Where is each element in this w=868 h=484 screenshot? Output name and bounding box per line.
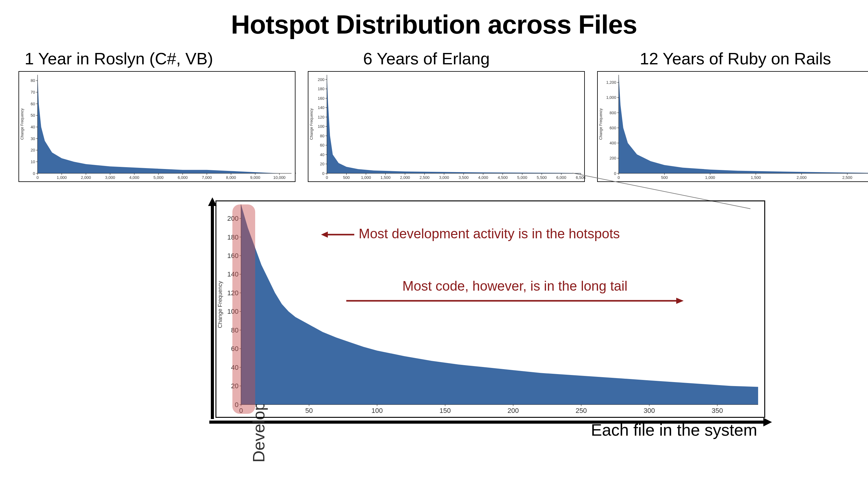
svg-text:5,000: 5,000	[154, 175, 164, 180]
svg-text:140: 140	[318, 105, 324, 110]
svg-text:60: 60	[31, 101, 35, 106]
svg-text:200: 200	[507, 407, 519, 415]
svg-text:1,000: 1,000	[606, 95, 616, 100]
annotation-hotspots-text: Most development activity is in the hots…	[359, 226, 620, 241]
svg-text:100: 100	[318, 124, 324, 129]
svg-text:250: 250	[576, 407, 587, 415]
chart-erlang-zoom: Change Frequency050100150200250300350020…	[215, 201, 765, 418]
svg-text:50: 50	[305, 407, 313, 415]
annotation-longtail: Most code, however, is in the long tail	[346, 278, 684, 305]
svg-text:10: 10	[31, 159, 35, 164]
svg-text:Change Frequency: Change Frequency	[309, 109, 314, 140]
svg-text:200: 200	[610, 156, 616, 160]
svg-text:100: 100	[372, 407, 383, 415]
chart-erlang: Change Frequency05001,0001,5002,0002,500…	[308, 71, 585, 182]
svg-marker-173	[321, 232, 328, 238]
svg-text:150: 150	[439, 407, 451, 415]
page-title: Hotspot Distribution across Files	[12, 9, 856, 40]
chart-rails: Change Frequency05001,0001,5002,0002,500…	[597, 71, 868, 182]
svg-text:2,000: 2,000	[797, 175, 807, 180]
svg-text:4,000: 4,000	[129, 175, 140, 180]
big-chart-wrap: Development Activity Change Frequency050…	[185, 201, 763, 418]
svg-text:0: 0	[33, 171, 35, 176]
svg-text:1,200: 1,200	[606, 80, 616, 85]
svg-text:40: 40	[31, 125, 35, 129]
svg-marker-130	[763, 418, 772, 426]
svg-text:9,000: 9,000	[250, 175, 260, 180]
svg-text:Change Frequency: Change Frequency	[20, 109, 24, 140]
svg-text:7,000: 7,000	[202, 175, 212, 180]
big-xlabel: Each file in the system	[591, 420, 757, 440]
chart-roslyn: Change Frequency01,0002,0003,0004,0005,0…	[19, 71, 296, 182]
svg-text:600: 600	[610, 126, 616, 130]
svg-text:2,500: 2,500	[842, 175, 852, 180]
svg-text:60: 60	[320, 143, 324, 148]
subtitle-row: 1 Year in Roslyn (C#, VB) 6 Years of Erl…	[12, 49, 856, 68]
svg-text:0: 0	[36, 175, 38, 180]
svg-text:400: 400	[610, 141, 616, 145]
svg-text:Change Frequency: Change Frequency	[599, 109, 603, 140]
hotspot-highlight	[232, 205, 255, 414]
subtitle-rails: 12 Years of Ruby on Rails	[640, 49, 831, 68]
svg-text:180: 180	[318, 87, 324, 91]
annotation-hotspots: Most development activity is in the hots…	[321, 226, 620, 241]
svg-text:350: 350	[712, 407, 723, 415]
svg-text:120: 120	[318, 115, 324, 119]
svg-text:10,000: 10,000	[273, 175, 286, 180]
svg-text:20: 20	[31, 148, 35, 152]
svg-text:80: 80	[320, 133, 324, 138]
small-panels-row: Change Frequency01,0002,0003,0004,0005,0…	[12, 68, 856, 182]
svg-text:Change Frequency: Change Frequency	[217, 281, 223, 328]
annotation-longtail-text: Most code, however, is in the long tail	[346, 278, 684, 294]
svg-text:1,000: 1,000	[57, 175, 67, 180]
subtitle-roslyn: 1 Year in Roslyn (C#, VB)	[25, 49, 213, 68]
svg-text:200: 200	[318, 77, 324, 82]
svg-text:2,000: 2,000	[81, 175, 91, 180]
subtitle-erlang: 6 Years of Erlang	[363, 49, 490, 68]
svg-text:40: 40	[320, 152, 324, 157]
svg-text:3,000: 3,000	[105, 175, 115, 180]
svg-text:80: 80	[31, 78, 35, 83]
svg-text:30: 30	[31, 137, 35, 141]
svg-text:300: 300	[644, 407, 655, 415]
svg-text:800: 800	[610, 111, 616, 115]
svg-marker-175	[676, 298, 684, 304]
arrow-left-icon	[321, 229, 355, 241]
svg-text:6,000: 6,000	[178, 175, 188, 180]
svg-text:8,000: 8,000	[226, 175, 236, 180]
svg-text:160: 160	[318, 96, 324, 101]
arrow-right-icon	[346, 296, 684, 305]
svg-text:20: 20	[320, 162, 324, 166]
svg-text:70: 70	[31, 90, 35, 94]
svg-text:50: 50	[31, 113, 35, 118]
